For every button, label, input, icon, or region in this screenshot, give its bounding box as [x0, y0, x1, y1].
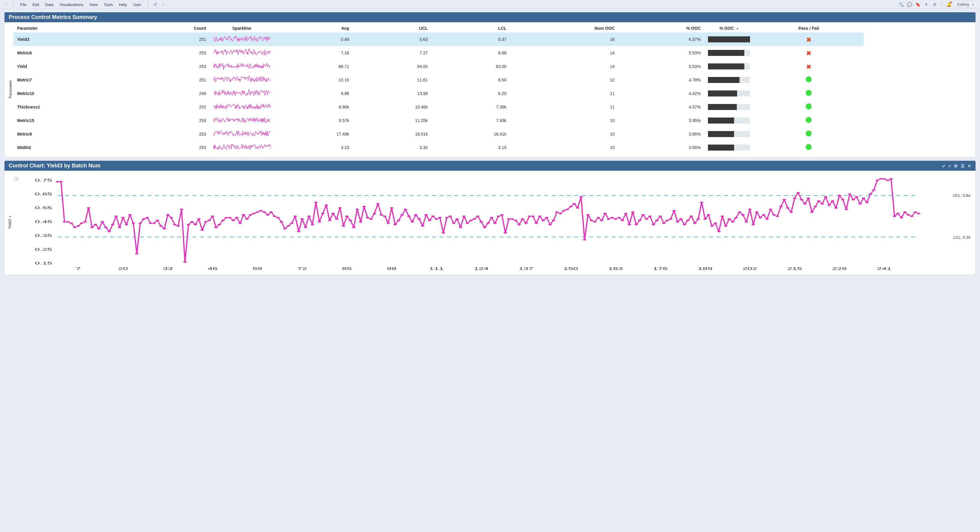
svg-point-113	[349, 220, 352, 221]
cell-passfail	[754, 100, 864, 114]
col-numooc[interactable]: Num OOC	[510, 24, 618, 32]
cell-ucl: 10.46k	[353, 100, 431, 114]
add-axis-button[interactable]: +	[14, 176, 19, 181]
table-row[interactable]: Width22533.233.303.15103.95%	[14, 141, 864, 154]
svg-point-28	[56, 181, 59, 183]
bookmark-icon[interactable]	[915, 1, 921, 8]
cell-count: 253	[133, 127, 210, 141]
menu-visualizations[interactable]: Visualizations	[57, 2, 86, 8]
menu-data[interactable]: Data	[42, 2, 56, 8]
svg-point-140	[442, 232, 445, 233]
svg-point-230	[751, 224, 755, 226]
svg-point-60	[166, 214, 170, 216]
col-lcl[interactable]: LCL	[431, 24, 510, 32]
svg-point-74	[214, 227, 218, 228]
col-avg[interactable]: Avg	[274, 24, 353, 32]
expand-icon[interactable]	[942, 164, 945, 168]
table-row[interactable]: Metric62537.187.276.98145.53%✖	[14, 46, 864, 59]
col-count[interactable]: Count	[133, 24, 210, 32]
svg-point-242	[793, 197, 797, 199]
svg-text:124: 124	[474, 266, 488, 271]
menu-edit[interactable]: Edit	[29, 2, 42, 8]
close-icon[interactable]	[968, 164, 971, 168]
svg-point-99	[300, 218, 304, 220]
table-row[interactable]: Metric102499.9813.986.20114.42%	[14, 87, 864, 100]
svg-point-59	[162, 228, 166, 229]
svg-point-39	[94, 224, 97, 226]
menu-view[interactable]: View	[86, 2, 101, 8]
ucl-label: UCL: 0.64	[952, 193, 971, 198]
filter-icon[interactable]	[923, 1, 929, 8]
svg-point-234	[765, 218, 769, 220]
menu-file[interactable]: File	[17, 2, 29, 8]
pass-icon	[806, 76, 811, 83]
cell-count: 251	[133, 73, 210, 87]
svg-point-72	[207, 220, 211, 221]
svg-point-67	[190, 221, 194, 222]
svg-point-92	[276, 217, 280, 218]
svg-point-50	[132, 222, 135, 224]
col-pctooc[interactable]: % OOC	[618, 24, 704, 32]
mode-label: Editing	[957, 2, 969, 6]
comments-icon[interactable]	[906, 1, 913, 8]
svg-point-121	[376, 203, 380, 204]
svg-point-105	[321, 213, 325, 214]
col-pctooc-bar[interactable]: % OOC ▾	[704, 24, 754, 32]
svg-point-270	[889, 178, 893, 180]
svg-point-43	[108, 231, 111, 232]
menu-tools[interactable]: Tools	[101, 2, 116, 8]
mode-dropdown[interactable]: Editing ▾	[954, 1, 977, 8]
svg-point-80	[235, 217, 239, 218]
cell-passfail: ✖	[754, 32, 864, 46]
notifications-icon[interactable]	[945, 1, 952, 8]
table-row[interactable]: Thickness12528.90k10.46k7.39k114.37%	[14, 100, 864, 114]
table-row[interactable]: Yield32510.490.630.37166.37%✖	[14, 32, 864, 46]
y-axis-selector[interactable]: Yield3 ▸	[7, 173, 13, 272]
table-row[interactable]: Metric152539.57k11.25k7.93k103.95%	[14, 114, 864, 127]
app-menu-icon[interactable]	[3, 1, 10, 8]
menu-user[interactable]: User	[130, 2, 144, 8]
fail-icon: ✖	[806, 49, 811, 56]
cell-avg: 17.49k	[274, 127, 353, 141]
col-sparkline[interactable]: Sparkline	[210, 24, 274, 32]
svg-point-112	[345, 216, 349, 217]
col-ucl[interactable]: UCL	[353, 24, 431, 32]
col-parameter[interactable]: Parameter	[14, 24, 133, 32]
svg-point-110	[338, 207, 342, 209]
top-toolbar: FileEditDataVisualizationsViewToolsHelpU…	[0, 0, 980, 9]
table-row[interactable]: Metric725110.1911.618.50124.78%	[14, 73, 864, 87]
table-row[interactable]: Yield25388.7194.0083.00145.53%✖	[14, 59, 864, 73]
svg-point-241	[789, 211, 793, 213]
cell-bar	[704, 73, 754, 87]
svg-text:241: 241	[877, 266, 892, 271]
cell-parameter: Width2	[14, 141, 133, 154]
cell-parameter: Thickness1	[14, 100, 133, 114]
svg-point-254	[834, 207, 838, 209]
gear-icon[interactable]	[954, 164, 958, 168]
svg-point-239	[783, 199, 786, 200]
cell-sparkline	[210, 114, 274, 127]
cell-ucl: 3.30	[353, 141, 431, 154]
menu-help[interactable]: Help	[116, 2, 130, 8]
svg-point-111	[342, 225, 345, 227]
search-icon[interactable]	[897, 1, 904, 8]
settings-icon[interactable]	[931, 1, 938, 8]
svg-point-150	[476, 216, 479, 217]
svg-text:46: 46	[208, 266, 218, 271]
svg-point-192	[621, 220, 624, 221]
table-row[interactable]: Metric925317.49k18.51k16.41k103.95%	[14, 127, 864, 141]
undo-button[interactable]	[152, 1, 158, 8]
col-passfail[interactable]: Pass / Fail	[754, 24, 864, 32]
svg-point-89	[266, 214, 270, 216]
svg-point-164	[524, 222, 528, 224]
cell-avg: 9.98	[274, 87, 353, 100]
svg-point-120	[373, 213, 376, 214]
svg-point-153	[487, 222, 490, 224]
svg-point-57	[156, 220, 159, 221]
legend-icon[interactable]	[961, 164, 965, 168]
details-icon[interactable]	[948, 164, 951, 168]
chart-plot-area[interactable]: 0.150.250.350.450.550.650.75720334659728…	[20, 173, 973, 272]
cell-pctooc: 4.78%	[618, 73, 704, 87]
redo-button[interactable]	[160, 1, 167, 8]
pass-icon	[806, 144, 811, 150]
